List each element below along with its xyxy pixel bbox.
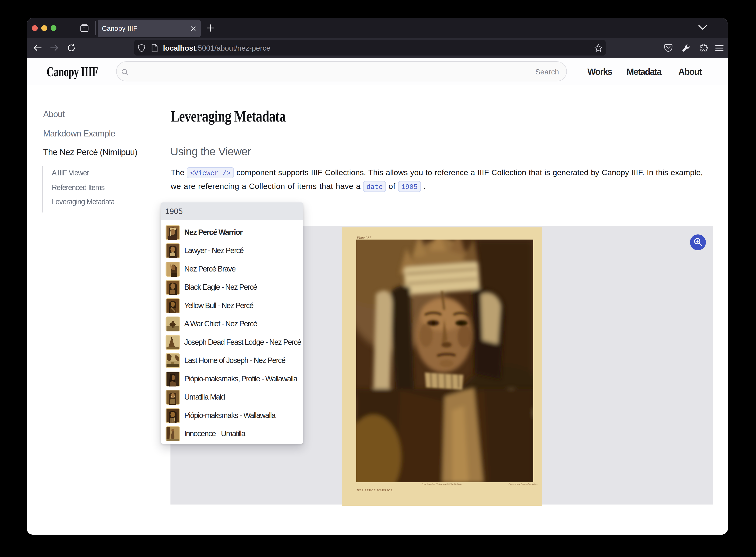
svg-text:NEZ PERCÉ WARRIOR: NEZ PERCÉ WARRIOR (357, 489, 393, 492)
svg-text:Plate 267: Plate 267 (357, 236, 371, 240)
svg-text:Photogravure John Andrew & Son: Photogravure John Andrew & Son (508, 483, 538, 485)
svg-text:From Copyright Photograph 1905: From Copyright Photograph 1905 by E.S.Cu… (421, 483, 462, 485)
